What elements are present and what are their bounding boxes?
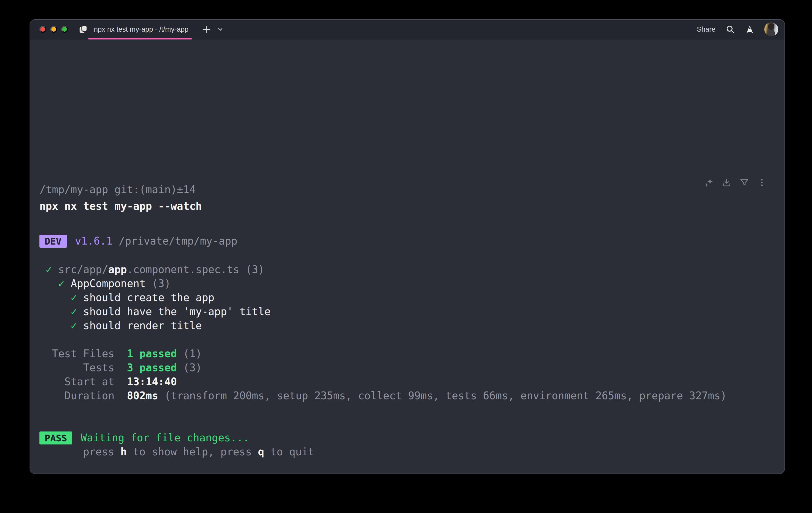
vitest-dev-line: DEV v1.6.1 /private/tmp/my-app bbox=[39, 234, 774, 248]
tab-title: npx nx test my-app - /t/my-app bbox=[94, 25, 188, 33]
command-text: npx nx test my-app --watch bbox=[39, 199, 774, 213]
terminal-scrollback bbox=[30, 39, 784, 169]
desktop: npx nx test my-app - /t/my-app Share bbox=[0, 0, 812, 513]
test-suite-line: ✓ AppComponent (3) bbox=[39, 277, 774, 291]
help-line: press h to show help, press q to quit bbox=[83, 445, 774, 459]
test-case-line: ✓ should create the app bbox=[39, 291, 774, 305]
kebab-menu-icon[interactable] bbox=[757, 178, 767, 187]
warp-ai-icon[interactable] bbox=[745, 25, 754, 34]
user-avatar[interactable] bbox=[764, 22, 778, 36]
prompt-path: /tmp/my-app git:(main)±14 bbox=[39, 183, 774, 197]
pages-icon bbox=[78, 24, 88, 34]
filter-icon[interactable] bbox=[740, 178, 749, 187]
tab-bar: npx nx test my-app - /t/my-app Share bbox=[30, 20, 784, 39]
active-tab[interactable]: npx nx test my-app - /t/my-app bbox=[74, 20, 199, 39]
test-case-line: ✓ should render title bbox=[39, 319, 774, 333]
maximize-button[interactable] bbox=[61, 26, 68, 33]
summary-test-files: Test Files 1 passed (1) bbox=[39, 347, 774, 361]
vitest-version: v1.6.1 bbox=[75, 235, 113, 247]
chevron-down-icon[interactable] bbox=[217, 26, 224, 33]
dev-badge: DEV bbox=[39, 235, 67, 248]
download-icon[interactable] bbox=[722, 178, 732, 187]
project-path: /private/tmp/my-app bbox=[113, 235, 238, 247]
test-file-line: ✓ src/app/app.component.spec.ts (3) bbox=[39, 263, 774, 277]
new-tab-button[interactable] bbox=[202, 24, 212, 34]
ai-sparkle-icon[interactable] bbox=[704, 178, 714, 187]
waiting-message: Waiting for file changes... bbox=[81, 431, 249, 445]
minimize-button[interactable] bbox=[50, 26, 57, 33]
terminal-window: npx nx test my-app - /t/my-app Share bbox=[30, 19, 785, 474]
window-controls bbox=[39, 26, 68, 33]
pass-badge: PASS bbox=[39, 431, 72, 444]
summary-start-at: Start at 13:14:40 bbox=[39, 375, 774, 389]
test-case-line: ✓ should have the 'my-app' title bbox=[39, 305, 774, 319]
tab-actions bbox=[202, 24, 224, 34]
command-block: /tmp/my-app git:(main)±14 npx nx test my… bbox=[30, 169, 784, 474]
summary-tests: Tests 3 passed (3) bbox=[39, 361, 774, 375]
summary-duration: Duration 802ms (transform 200ms, setup 2… bbox=[39, 389, 774, 403]
share-button[interactable]: Share bbox=[697, 25, 716, 33]
close-button[interactable] bbox=[39, 26, 46, 33]
active-tab-indicator bbox=[88, 38, 192, 39]
topbar-right: Share bbox=[697, 22, 778, 36]
block-toolbar bbox=[704, 178, 767, 187]
pass-status-line: PASS Waiting for file changes... bbox=[39, 431, 774, 445]
search-icon[interactable] bbox=[725, 24, 735, 34]
